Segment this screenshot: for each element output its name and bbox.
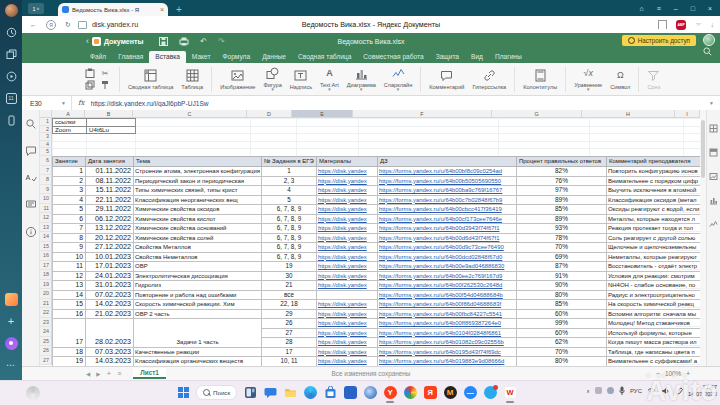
menu-tab-Макет[interactable]: Макет <box>186 51 217 63</box>
cell-link[interactable]: https://forms.yandex.ru/u/64b019883e9d08… <box>377 357 516 367</box>
cell[interactable]: 1 <box>53 167 86 177</box>
row-header-6[interactable]: 6 <box>40 156 52 166</box>
search-icon[interactable] <box>25 118 37 130</box>
taskbar-telegram[interactable] <box>483 386 497 400</box>
cell[interactable]: Неметаллы, которые реагируют <box>606 252 701 262</box>
mic-icon[interactable] <box>619 386 625 395</box>
url-text[interactable]: disk.yandex.ru <box>92 20 138 29</box>
name-box-dropdown-icon[interactable]: ▼ <box>61 100 66 106</box>
profile-avatar[interactable] <box>5 4 18 17</box>
cell-link[interactable]: https://forms.yandex.ru/u/64b01082c09c02… <box>377 338 516 348</box>
cell[interactable] <box>359 141 499 149</box>
formula-value[interactable]: https://disk.yandex.ru/i/qaJl6pbP-UJ1Sw <box>91 100 209 107</box>
cell-link[interactable]: https://disk.yandex <box>316 300 377 310</box>
cell[interactable]: 28 <box>262 338 317 348</box>
alice-icon[interactable] <box>5 337 18 350</box>
taskbar-yandex-app[interactable]: Я <box>423 386 437 400</box>
menu-tab-Совместная работа[interactable]: Совместная работа <box>357 51 429 63</box>
cell-link[interactable]: https://forms.yandex.ru/u/64b00cbcc417f3… <box>377 205 516 215</box>
cell[interactable]: ссылки <box>53 119 87 127</box>
cell[interactable]: ОВР 2 часть <box>134 309 262 319</box>
cell[interactable]: 5 <box>262 195 317 205</box>
cell[interactable]: Внимательнее с порядком цифр <box>606 176 701 186</box>
ribbon-header-footer[interactable]: Колонтитулы <box>519 69 561 90</box>
cell-link[interactable]: https://forms.yandex.ru/u/64b00f54d04688… <box>377 290 516 300</box>
ribbon-shape[interactable]: Фигура▼ <box>259 67 285 92</box>
row-header-11[interactable]: 11 <box>40 204 52 214</box>
cell[interactable]: 07.03.2023 <box>86 347 134 357</box>
row-header-24[interactable]: 24 <box>40 327 52 337</box>
cell[interactable]: 10 <box>53 252 86 262</box>
taskbar-widgets[interactable] <box>243 386 257 400</box>
cell[interactable]: 14 <box>53 290 86 300</box>
cell[interactable]: 16 <box>53 309 86 319</box>
bookmark-icon[interactable] <box>658 20 667 29</box>
menu-tab-Вид[interactable]: Вид <box>465 51 489 63</box>
table-header-8[interactable]: Комментарий преподавателя <box>606 157 701 167</box>
row-header-16[interactable]: 16 <box>40 251 52 261</box>
panel-icon[interactable]: ⌂ <box>639 5 643 12</box>
tab-group-badge[interactable]: 1∨ <box>28 3 44 14</box>
column-header-G[interactable]: G <box>492 110 582 118</box>
cell[interactable]: 20.12.2022 <box>86 233 134 243</box>
cell[interactable]: 14.03.2023 <box>86 357 134 367</box>
taskbar-edge[interactable] <box>303 386 317 400</box>
cell[interactable]: Zoom <box>53 126 87 134</box>
cell-link[interactable]: https://forms.yandex.ru/u/64b00cf173cee7… <box>377 214 516 224</box>
redo-icon[interactable]: ↷ <box>218 37 225 46</box>
cell[interactable]: 2 <box>53 176 86 186</box>
table-header-7[interactable]: Процент правильных ответов <box>516 157 606 167</box>
cell-link[interactable]: https://disk.yandex <box>316 233 377 243</box>
yandex-button-icon[interactable]: Я <box>46 20 56 30</box>
cell[interactable]: Металлы, которые находятся л <box>606 214 701 224</box>
cell[interactable]: 26 <box>262 319 317 329</box>
column-header-E[interactable]: E <box>292 110 353 118</box>
tab-close-icon[interactable]: × <box>160 6 164 13</box>
cell[interactable]: Классификация неорганических вещ <box>134 195 262 205</box>
tray-app2-icon[interactable] <box>607 387 614 394</box>
cell[interactable]: Классификация органических веществ <box>134 357 262 367</box>
cell[interactable]: 30 <box>262 271 317 281</box>
cell[interactable]: Вспомни алгоритм: сначала мы <box>606 309 701 319</box>
cell[interactable]: Молодец! Метод стаканчиков <box>606 319 701 329</box>
cell[interactable]: Используй формулы, которые <box>606 328 701 338</box>
cell[interactable]: Щелочные и щелочноземельны <box>606 243 701 253</box>
cell-link[interactable]: https://forms.yandex.ru/u/64b00f86d04688… <box>377 300 516 310</box>
column-header-B[interactable]: B <box>85 110 133 118</box>
cell[interactable]: 27.12.2022 <box>86 243 134 253</box>
comments-icon[interactable] <box>25 145 37 157</box>
protect-lock-icon[interactable] <box>78 21 87 29</box>
taskbar-start[interactable] <box>176 386 190 400</box>
row-header-13[interactable]: 13 <box>40 223 52 233</box>
copy-style-icon[interactable] <box>99 80 111 90</box>
table-header-4[interactable]: № Задания в ЕГЭ <box>262 157 317 167</box>
cell[interactable]: 21.02.2023 <box>86 309 134 319</box>
cell-link[interactable]: https://disk.yandex <box>316 271 377 281</box>
app-name[interactable]: Документы <box>104 38 143 45</box>
cell[interactable]: 97% <box>516 186 606 196</box>
cell[interactable] <box>590 134 684 142</box>
tray-expand-icon[interactable]: ∧ <box>586 388 590 394</box>
cell[interactable] <box>359 126 499 134</box>
cell[interactable]: 19 <box>262 262 317 272</box>
ribbon-chart[interactable]: Диаграмма▼ <box>343 67 380 92</box>
row-header-7[interactable]: 7 <box>40 166 52 176</box>
cell[interactable] <box>499 119 590 127</box>
volume-muted-icon[interactable] <box>661 387 670 395</box>
ribbon-symbol[interactable]: ΩСимвол <box>606 69 634 90</box>
menu-tab-Данные[interactable]: Данные <box>256 51 292 63</box>
cell[interactable]: 28.02.2023 <box>86 319 134 348</box>
table-header-1[interactable]: Занятие <box>53 157 86 167</box>
row-header-15[interactable]: 15 <box>40 242 52 252</box>
cell[interactable]: На скорость химической реакц <box>606 300 701 310</box>
cell[interactable]: 5 <box>53 205 86 215</box>
row-header-19[interactable]: 19 <box>40 280 52 290</box>
row-header-5[interactable]: 5 <box>40 148 52 156</box>
cell[interactable]: 15 <box>53 300 86 310</box>
row-header-14[interactable]: 14 <box>40 232 52 242</box>
row-header-1[interactable]: 1 <box>40 118 52 126</box>
more-icon[interactable]: ⋯ <box>6 360 16 370</box>
image-settings-icon[interactable] <box>709 172 718 181</box>
cell-link[interactable]: https://disk.yandex <box>316 347 377 357</box>
print-icon[interactable] <box>179 37 189 46</box>
